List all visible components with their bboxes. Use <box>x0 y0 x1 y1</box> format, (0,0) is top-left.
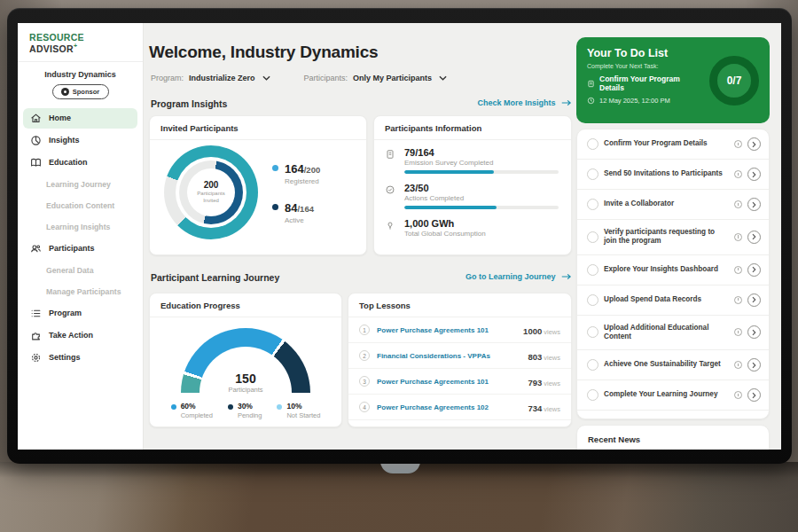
education-gauge-chart: 150 Participants <box>181 328 310 394</box>
sidebar-item-education[interactable]: Education <box>23 153 137 173</box>
sidebar-item-insights[interactable]: Insights <box>23 130 137 151</box>
task-checkbox[interactable] <box>587 168 598 180</box>
task-checkbox[interactable] <box>587 264 598 276</box>
lesson-views: 793 <box>528 378 542 387</box>
task-open-button[interactable] <box>747 388 761 402</box>
views-suffix: views <box>544 405 560 413</box>
views-suffix: views <box>544 354 560 362</box>
clock-icon <box>734 170 742 178</box>
task-row[interactable]: Upload Additional Educational Content <box>577 316 769 351</box>
survey-label: Emission Survey Completed <box>404 159 559 167</box>
legend-pending: 30% Pending <box>228 402 262 419</box>
lesson-row: 1 Power Purchase Agreements 101 1000view… <box>348 317 571 343</box>
check-more-insights-link[interactable]: Check More Insights <box>149 98 572 108</box>
sidebar-item-label: Participants <box>49 244 95 253</box>
clock-icon <box>734 140 742 148</box>
todo-next-task: Confirm Your Program Details <box>599 74 704 92</box>
task-open-button[interactable] <box>747 231 761 244</box>
lesson-link[interactable]: Power Purchase Agreements 101 <box>377 326 516 334</box>
task-row[interactable]: Invite a Collaborator <box>577 190 769 220</box>
task-checkbox[interactable] <box>587 294 598 306</box>
task-checkbox[interactable] <box>587 389 598 401</box>
task-open-button[interactable] <box>747 137 761 151</box>
clock-icon <box>734 361 742 369</box>
lesson-views: 1000 <box>523 326 542 336</box>
sidebar-item-label: Manage Participants <box>46 287 121 296</box>
task-row[interactable]: Complete Your Learning Journey <box>577 380 769 411</box>
task-open-button[interactable] <box>747 293 761 307</box>
lesson-link[interactable]: Power Purchase Agreements 102 <box>377 403 520 411</box>
lesson-link[interactable]: Financial Considerations - VPPAs <box>377 352 520 360</box>
task-open-button[interactable] <box>747 198 761 211</box>
page-title: Welcome, Industry Dynamics <box>149 43 378 62</box>
sidebar-item-learning-insights[interactable]: Learning Insights <box>23 217 137 237</box>
recent-news-title: Recent News <box>577 426 769 450</box>
program-filter-label: Program: <box>151 74 184 82</box>
task-label: Explore Your Insights Dashboard <box>604 265 729 274</box>
legend-not-started: 10% Not Started <box>277 402 320 419</box>
actions-progress-track <box>404 206 559 209</box>
lesson-rank: 2 <box>359 350 370 361</box>
task-checkbox[interactable] <box>587 326 598 338</box>
registered-label: Registered <box>285 177 320 185</box>
task-label: Upload Spend Data Records <box>604 295 729 304</box>
task-checkbox[interactable] <box>587 359 598 371</box>
pending-label: Pending <box>238 411 262 419</box>
task-row[interactable]: Send 50 Invitations to Participants <box>577 160 769 190</box>
program-filter[interactable]: Program: Industrialize Zero <box>151 74 270 82</box>
sidebar-item-learning-journey[interactable]: Learning Journey <box>23 175 137 194</box>
sidebar-item-manage-participants[interactable]: Manage Participants <box>23 282 137 301</box>
sponsor-badge[interactable]: Sponsor <box>52 84 109 99</box>
sidebar-item-program[interactable]: Program <box>23 303 137 324</box>
recent-news-card: Recent News <box>576 425 770 450</box>
task-checkbox[interactable] <box>587 138 598 150</box>
logo-secondary: ADVISOR <box>29 43 74 54</box>
todo-title: Your To Do List <box>587 47 704 59</box>
task-open-button[interactable] <box>747 263 761 277</box>
invited-legend: 164/200 Registered 84/164 Active <box>272 160 320 224</box>
task-checkbox[interactable] <box>587 199 598 210</box>
sidebar-item-take-action[interactable]: Take Action <box>23 325 137 346</box>
sidebar-item-education-content[interactable]: Education Content <box>23 196 137 215</box>
todo-progress-ring: 0/7 <box>709 56 759 106</box>
task-row[interactable]: Achieve One Sustainability Target <box>577 350 769 380</box>
check-more-insights-label: Check More Insights <box>477 98 555 107</box>
legend-registered: 164/200 Registered <box>272 160 320 185</box>
sidebar-item-home[interactable]: Home <box>23 108 137 129</box>
screen: RESOURCE ADVISOR+ Industry Dynamics Spon… <box>18 23 781 450</box>
invited-center-value: 200 <box>204 180 219 190</box>
task-checkbox[interactable] <box>587 231 598 243</box>
consumption-value: 1,000 GWh <box>404 218 559 229</box>
lesson-rank: 1 <box>359 325 370 335</box>
task-open-button[interactable] <box>747 325 761 339</box>
sidebar-item-settings[interactable]: Settings <box>23 348 137 368</box>
todo-panel-header: Your To Do List Complete Your Next Task:… <box>576 37 770 123</box>
go-to-learning-journey-link[interactable]: Go to Learning Journey <box>149 272 572 282</box>
todo-task-list: Confirm Your Program Details Send 50 Inv… <box>576 129 770 419</box>
sidebar-item-participants[interactable]: Participants <box>23 239 137 259</box>
participants-filter[interactable]: Participants: Only My Participants <box>304 74 448 82</box>
task-open-button[interactable] <box>747 168 761 181</box>
lesson-link[interactable]: Power Purchase Agreements 101 <box>377 378 520 386</box>
invited-participants-title: Invited Participants <box>150 116 366 140</box>
sidebar-item-general-data[interactable]: General Data <box>23 261 137 280</box>
active-total: /164 <box>297 204 314 214</box>
clock-icon <box>734 391 742 399</box>
arrow-right-icon <box>561 99 572 108</box>
invited-participants-card: Invited Participants 200 Participants In… <box>149 115 367 255</box>
sidebar-item-label: Home <box>49 113 71 122</box>
logo-plus: + <box>74 43 77 49</box>
task-row[interactable]: Verify participants requesting to join t… <box>577 220 769 255</box>
pending-dot <box>228 404 233 410</box>
program-filter-value: Industrialize Zero <box>189 74 255 82</box>
sidebar-item-label: Settings <box>49 353 81 362</box>
program-icon <box>30 308 42 319</box>
task-row[interactable]: Confirm Your Program Details <box>577 129 769 160</box>
task-row[interactable]: Explore Your Insights Dashboard <box>577 255 769 286</box>
collapse-tasks-link[interactable]: Collapse Tasks <box>577 411 769 419</box>
registered-value: 164 <box>285 162 304 176</box>
task-open-button[interactable] <box>747 358 761 372</box>
sidebar-item-label: General Data <box>46 266 94 275</box>
info-row-survey: 79/164 Emission Survey Completed <box>385 147 559 174</box>
task-row[interactable]: Upload Spend Data Records <box>577 286 769 316</box>
